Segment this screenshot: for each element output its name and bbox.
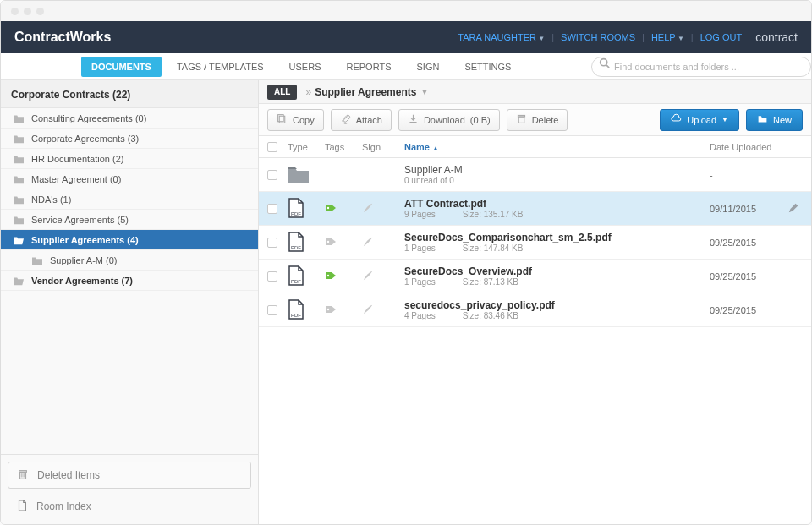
copy-button[interactable]: Copy (267, 109, 324, 131)
edit-icon[interactable] (787, 202, 811, 216)
svg-line-1 (606, 65, 609, 68)
tab-reports[interactable]: REPORTS (337, 57, 402, 77)
sign-icon[interactable] (362, 236, 404, 249)
sidebar-item[interactable]: Supplier Agreements (4) (1, 230, 258, 250)
trash-icon (17, 468, 29, 483)
file-type-icon: PDF (288, 232, 325, 254)
table-row[interactable]: PDFsecuredocs_privacy_policy.pdf4 PagesS… (259, 293, 811, 327)
sidebar-item[interactable]: HR Documentation (2) (1, 149, 258, 169)
nav-row: DOCUMENTS TAGS / TEMPLATES USERS REPORTS… (1, 53, 811, 80)
svg-text:PDF: PDF (291, 245, 301, 250)
attach-button[interactable]: Attach (331, 109, 392, 131)
topbar: ContractWorks TARA NAUGHTER | SWITCH ROO… (1, 21, 811, 53)
file-name[interactable]: SecureDocs_Overview.pdf1 PagesSize: 87.1… (404, 265, 710, 287)
sort-asc-icon: ▲ (432, 145, 439, 152)
file-name[interactable]: securedocs_privacy_policy.pdf4 PagesSize… (404, 299, 710, 320)
help-menu[interactable]: HELP (651, 32, 684, 42)
file-name[interactable]: SecureDocs_Comparisonchart_sm_2.5.pdf1 P… (404, 232, 710, 253)
chevron-down-icon[interactable]: ▼ (420, 88, 428, 96)
table-row[interactable]: Supplier A-M0 unread of 0- (259, 158, 811, 192)
traffic-light-min[interactable] (24, 8, 31, 15)
row-checkbox[interactable] (267, 170, 277, 180)
sidebar-item-label: Corporate Agreements (3) (31, 134, 139, 144)
date-uploaded: - (710, 170, 787, 180)
toolbar: Copy Attach Download (0 B) Delete (259, 104, 811, 136)
table-row[interactable]: PDFATT Contract.pdf9 PagesSize: 135.17 K… (259, 192, 811, 226)
new-label: New (773, 115, 792, 125)
brand-secondary: contract (755, 30, 798, 44)
tab-sign[interactable]: SIGN (406, 57, 449, 77)
header-tags[interactable]: Tags (325, 142, 362, 152)
sidebar-item-label: NDA's (1) (31, 194, 71, 205)
tag-icon[interactable] (325, 236, 362, 249)
logout-link[interactable]: LOG OUT (700, 32, 743, 42)
upload-label: Upload (687, 115, 716, 125)
file-name[interactable]: ATT Contract.pdf9 PagesSize: 135.17 KB (404, 198, 710, 219)
row-checkbox[interactable] (267, 238, 277, 248)
folder-icon (13, 215, 25, 225)
sidebar: Corporate Contracts (22) Consulting Agre… (1, 80, 259, 524)
tab-tags-templates[interactable]: TAGS / TEMPLATES (167, 57, 274, 77)
row-checkbox[interactable] (267, 271, 277, 282)
sign-icon[interactable] (362, 202, 404, 216)
svg-text:PDF: PDF (291, 211, 301, 216)
upload-button[interactable]: Upload ▼ (660, 109, 739, 131)
tag-icon[interactable] (325, 270, 362, 283)
row-checkbox[interactable] (267, 305, 277, 315)
table-row[interactable]: PDFSecureDocs_Comparisonchart_sm_2.5.pdf… (259, 226, 811, 260)
sidebar-item[interactable]: Corporate Agreements (3) (1, 129, 258, 149)
trash-icon (516, 113, 527, 126)
row-checkbox[interactable] (267, 204, 277, 214)
sidebar-root[interactable]: Corporate Contracts (22) (1, 80, 258, 108)
breadcrumb-sep: » (305, 86, 311, 98)
header-name[interactable]: Name▲ (404, 142, 710, 152)
search-icon (599, 57, 610, 71)
sidebar-item[interactable]: Supplier A-M (0) (1, 250, 258, 271)
sidebar-item-label: Supplier A-M (0) (50, 255, 117, 265)
file-name[interactable]: Supplier A-M0 unread of 0 (404, 164, 710, 185)
attach-icon (340, 113, 351, 126)
file-type-icon: PDF (288, 198, 325, 220)
header-date[interactable]: Date Uploaded (710, 142, 787, 152)
sign-icon[interactable] (362, 304, 404, 317)
sidebar-item[interactable]: Consulting Agreeements (0) (1, 108, 258, 129)
sign-icon[interactable] (362, 270, 404, 283)
sidebar-item[interactable]: NDA's (1) (1, 189, 258, 210)
copy-icon (277, 113, 288, 126)
room-index-button[interactable]: Room Index (8, 495, 251, 517)
header-type[interactable]: Type (288, 142, 325, 152)
deleted-items-label: Deleted Items (37, 469, 100, 481)
switch-rooms-link[interactable]: SWITCH ROOMS (561, 32, 635, 42)
select-all-checkbox[interactable] (267, 142, 277, 152)
sidebar-item-label: Service Agreements (5) (31, 215, 129, 225)
breadcrumb-current[interactable]: Supplier Agreements (315, 86, 416, 98)
file-type-icon: PDF (288, 299, 325, 321)
room-index-label: Room Index (36, 500, 91, 512)
tag-icon[interactable] (325, 202, 362, 216)
new-button[interactable]: New (746, 109, 803, 131)
delete-button[interactable]: Delete (507, 109, 568, 131)
user-menu[interactable]: TARA NAUGHTER (458, 32, 545, 42)
traffic-light-max[interactable] (36, 8, 44, 15)
header-sign[interactable]: Sign (362, 142, 404, 152)
tab-settings[interactable]: SETTINGS (454, 57, 521, 77)
breadcrumb-all[interactable]: ALL (267, 85, 297, 100)
table-header: Type Tags Sign Name▲ Date Uploaded (259, 136, 811, 158)
traffic-light-close[interactable] (11, 8, 19, 15)
sidebar-item-label: Consulting Agreeements (0) (31, 113, 146, 123)
tag-icon[interactable] (325, 304, 362, 317)
sidebar-item[interactable]: Vendor Agreements (7) (1, 271, 258, 291)
sidebar-item-label: Supplier Agreements (4) (31, 235, 139, 245)
page-icon (16, 500, 28, 514)
search-input[interactable] (591, 57, 811, 77)
svg-point-18 (327, 308, 329, 309)
folder-plus-icon (757, 113, 768, 126)
sidebar-item[interactable]: Service Agreements (5) (1, 210, 258, 230)
download-button[interactable]: Download (0 B) (398, 109, 500, 131)
tab-users[interactable]: USERS (279, 57, 332, 77)
tab-documents[interactable]: DOCUMENTS (81, 57, 162, 77)
svg-point-14 (327, 240, 329, 242)
deleted-items-button[interactable]: Deleted Items (8, 462, 251, 489)
table-row[interactable]: PDFSecureDocs_Overview.pdf1 PagesSize: 8… (259, 260, 811, 293)
sidebar-item[interactable]: Master Agreement (0) (1, 169, 258, 189)
